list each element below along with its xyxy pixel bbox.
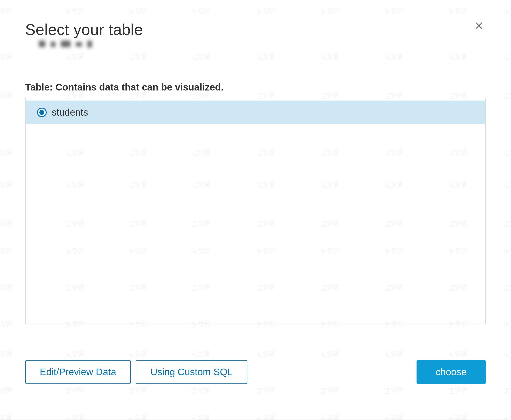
choose-button[interactable]: choose	[417, 360, 486, 384]
modal-header: Select your table	[25, 21, 486, 47]
using-custom-sql-button[interactable]: Using Custom SQL	[136, 360, 247, 384]
edit-preview-data-button[interactable]: Edit/Preview Data	[25, 360, 131, 384]
button-row: Edit/Preview Data Using Custom SQL choos…	[25, 360, 486, 384]
modal-title: Select your table	[25, 21, 143, 38]
radio-selected-icon[interactable]	[37, 108, 47, 117]
section-label: Table: Contains data that can be visuali…	[25, 82, 486, 93]
table-list: students	[25, 98, 486, 324]
select-table-modal: Select your table Table: Contains data t…	[0, 0, 511, 420]
redacted-subtitle	[39, 41, 143, 47]
button-group-left: Edit/Preview Data Using Custom SQL	[25, 360, 247, 384]
table-name-label: students	[52, 107, 88, 118]
table-row-students[interactable]: students	[26, 101, 485, 124]
close-icon[interactable]	[472, 18, 486, 34]
divider	[25, 341, 486, 341]
